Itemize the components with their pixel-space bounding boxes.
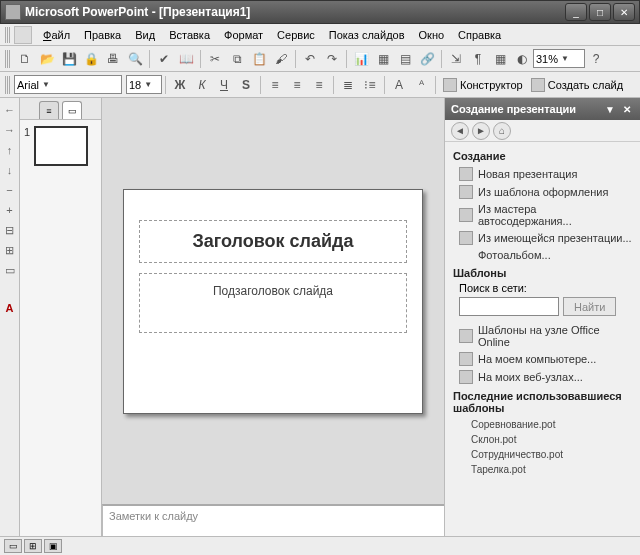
- view-bar: ▭ ⊞ ▣: [0, 536, 640, 554]
- menu-window[interactable]: Окно: [412, 27, 452, 43]
- link-my-computer[interactable]: На моем компьютере...: [453, 350, 632, 368]
- slide-canvas[interactable]: Заголовок слайда Подзаголовок слайда: [123, 189, 423, 414]
- link-photo-album[interactable]: Фотоальбом...: [453, 247, 632, 263]
- section-recent: Последние использовавшиеся шаблоны: [453, 390, 632, 414]
- search-button[interactable]: Найти: [563, 297, 616, 316]
- taskpane-close-button[interactable]: ✕: [620, 102, 634, 116]
- save-button[interactable]: 💾: [59, 49, 79, 69]
- paste-button[interactable]: 📋: [249, 49, 269, 69]
- link-new-presentation[interactable]: Новая презентация: [453, 165, 632, 183]
- align-left-button[interactable]: ≡: [265, 75, 285, 95]
- control-menu-icon[interactable]: [14, 26, 32, 44]
- template-search-input[interactable]: [459, 297, 559, 316]
- font-combo[interactable]: Arial▼: [14, 75, 122, 94]
- tables-borders-button[interactable]: ▤: [395, 49, 415, 69]
- expand-button-v[interactable]: +: [2, 202, 18, 218]
- recent-template-4[interactable]: Тарелка.pot: [453, 462, 632, 477]
- minimize-button[interactable]: _: [565, 3, 587, 21]
- outline-tab[interactable]: ≡: [39, 101, 59, 119]
- promote-button[interactable]: ←: [2, 102, 18, 118]
- collapse-button[interactable]: −: [2, 182, 18, 198]
- show-formatting-button[interactable]: ¶: [468, 49, 488, 69]
- recent-template-1[interactable]: Соревнование.pot: [453, 417, 632, 432]
- back-button[interactable]: ◄: [451, 122, 469, 140]
- move-down-button[interactable]: ↓: [2, 162, 18, 178]
- preview-button[interactable]: 🔍: [125, 49, 145, 69]
- maximize-button[interactable]: □: [589, 3, 611, 21]
- forward-button[interactable]: ►: [472, 122, 490, 140]
- collapse-all-button[interactable]: ⊟: [2, 222, 18, 238]
- expand-button[interactable]: ⇲: [446, 49, 466, 69]
- color-grayscale-button[interactable]: ◐: [512, 49, 532, 69]
- align-center-button[interactable]: ≡: [287, 75, 307, 95]
- help-button[interactable]: ?: [586, 49, 606, 69]
- designer-button[interactable]: Конструктор: [439, 75, 527, 95]
- bullets-button[interactable]: ⁝≡: [360, 75, 380, 95]
- summary-slide-button[interactable]: ▭: [2, 262, 18, 278]
- new-button[interactable]: 🗋: [15, 49, 35, 69]
- link-my-web[interactable]: На моих веб-узлах...: [453, 368, 632, 386]
- subtitle-placeholder[interactable]: Подзаголовок слайда: [139, 273, 407, 333]
- cut-button[interactable]: ✂: [205, 49, 225, 69]
- link-from-wizard[interactable]: Из мастера автосодержания...: [453, 201, 632, 229]
- toolbar-handle-2[interactable]: [5, 76, 11, 94]
- slideshow-view-button[interactable]: ▣: [44, 539, 62, 553]
- format-painter-button[interactable]: 🖌: [271, 49, 291, 69]
- new-slide-button[interactable]: Создать слайд: [527, 75, 627, 95]
- show-formatting-v-button[interactable]: A: [2, 300, 18, 316]
- zoom-combo[interactable]: 31%▼: [533, 49, 585, 68]
- link-from-template[interactable]: Из шаблона оформления: [453, 183, 632, 201]
- recent-template-2[interactable]: Склон.pot: [453, 432, 632, 447]
- menubar-handle[interactable]: [5, 27, 11, 43]
- normal-view-button[interactable]: ▭: [4, 539, 22, 553]
- menu-format[interactable]: Формат: [217, 27, 270, 43]
- spelling-button[interactable]: ✔: [154, 49, 174, 69]
- permission-button[interactable]: 🔒: [81, 49, 101, 69]
- move-up-button[interactable]: ↑: [2, 142, 18, 158]
- show-grid-button[interactable]: ▦: [490, 49, 510, 69]
- menu-edit[interactable]: Правка: [77, 27, 128, 43]
- research-button[interactable]: 📖: [176, 49, 196, 69]
- web-icon: [459, 370, 473, 384]
- notes-pane[interactable]: Заметки к слайду: [102, 504, 444, 536]
- slide-thumbnail-1[interactable]: [34, 126, 88, 166]
- section-templates: Шаблоны: [453, 267, 632, 279]
- slides-tab[interactable]: ▭: [62, 101, 82, 119]
- menu-insert[interactable]: Вставка: [162, 27, 217, 43]
- slides-panel: ≡ ▭ 1: [20, 98, 102, 536]
- close-button[interactable]: ✕: [613, 3, 635, 21]
- slide-number: 1: [24, 126, 30, 138]
- print-button[interactable]: 🖶: [103, 49, 123, 69]
- menu-help[interactable]: Справка: [451, 27, 508, 43]
- font-size-combo[interactable]: 18▼: [126, 75, 162, 94]
- taskpane-dropdown-button[interactable]: ▼: [603, 102, 617, 116]
- link-office-online[interactable]: Шаблоны на узле Office Online: [453, 322, 632, 350]
- insert-table-button[interactable]: ▦: [373, 49, 393, 69]
- title-placeholder[interactable]: Заголовок слайда: [139, 220, 407, 263]
- underline-button[interactable]: Ч: [214, 75, 234, 95]
- insert-chart-button[interactable]: 📊: [351, 49, 371, 69]
- align-right-button[interactable]: ≡: [309, 75, 329, 95]
- open-button[interactable]: 📂: [37, 49, 57, 69]
- menu-service[interactable]: Сервис: [270, 27, 322, 43]
- menu-slideshow[interactable]: Показ слайдов: [322, 27, 412, 43]
- bold-button[interactable]: Ж: [170, 75, 190, 95]
- menu-file[interactable]: Файл: [36, 27, 77, 43]
- expand-all-button[interactable]: ⊞: [2, 242, 18, 258]
- increase-font-button[interactable]: A: [389, 75, 409, 95]
- home-button[interactable]: ⌂: [493, 122, 511, 140]
- decrease-font-button[interactable]: ᴬ: [411, 75, 431, 95]
- redo-button[interactable]: ↷: [322, 49, 342, 69]
- numbering-button[interactable]: ≣: [338, 75, 358, 95]
- recent-template-3[interactable]: Сотрудничество.pot: [453, 447, 632, 462]
- insert-hyperlink-button[interactable]: 🔗: [417, 49, 437, 69]
- copy-button[interactable]: ⧉: [227, 49, 247, 69]
- shadow-button[interactable]: S: [236, 75, 256, 95]
- demote-button[interactable]: →: [2, 122, 18, 138]
- toolbar-handle[interactable]: [5, 50, 11, 68]
- italic-button[interactable]: К: [192, 75, 212, 95]
- menu-view[interactable]: Вид: [128, 27, 162, 43]
- sorter-view-button[interactable]: ⊞: [24, 539, 42, 553]
- link-from-existing[interactable]: Из имеющейся презентации...: [453, 229, 632, 247]
- undo-button[interactable]: ↶: [300, 49, 320, 69]
